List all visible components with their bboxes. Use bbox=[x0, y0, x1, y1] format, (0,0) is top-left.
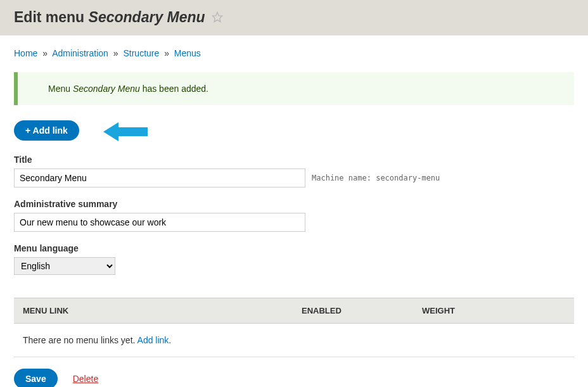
table-header: MENU LINK ENABLED WEIGHT bbox=[14, 298, 574, 324]
page-title-name: Secondary Menu bbox=[89, 9, 205, 25]
machine-name-text: Machine name: secondary-menu bbox=[312, 174, 440, 182]
breadcrumb: Home » Administration » Structure » Menu… bbox=[14, 48, 574, 58]
add-link-button[interactable]: + Add link bbox=[14, 120, 79, 141]
breadcrumb-home[interactable]: Home bbox=[14, 48, 37, 58]
empty-text: There are no menu links yet. bbox=[23, 335, 137, 345]
breadcrumb-admin[interactable]: Administration bbox=[52, 48, 108, 58]
empty-suffix: . bbox=[169, 335, 171, 345]
message-prefix: Menu bbox=[48, 84, 73, 94]
page-title: Edit menu Secondary Menu bbox=[14, 9, 574, 27]
menu-links-table: MENU LINK ENABLED WEIGHT There are no me… bbox=[14, 298, 574, 357]
form-group-language: Menu language English bbox=[14, 243, 574, 275]
message-suffix: has been added. bbox=[140, 84, 208, 94]
empty-add-link[interactable]: Add link bbox=[137, 335, 169, 345]
star-icon[interactable] bbox=[212, 10, 223, 27]
breadcrumb-separator: » bbox=[164, 48, 169, 58]
form-group-summary: Administrative summary bbox=[14, 199, 574, 232]
arrow-left-icon bbox=[103, 121, 148, 140]
title-input[interactable] bbox=[14, 168, 305, 187]
content-area: Home » Administration » Structure » Menu… bbox=[0, 35, 588, 387]
breadcrumb-separator: » bbox=[113, 48, 118, 58]
table-empty-row: There are no menu links yet. Add link. bbox=[14, 324, 574, 357]
col-header-menulink: MENU LINK bbox=[23, 306, 302, 315]
delete-link[interactable]: Delete bbox=[73, 374, 98, 384]
summary-input[interactable] bbox=[14, 213, 305, 232]
status-message: Menu Secondary Menu has been added. bbox=[14, 72, 574, 105]
svg-marker-0 bbox=[213, 13, 222, 22]
page-title-prefix: Edit menu bbox=[14, 9, 89, 25]
language-select[interactable]: English bbox=[14, 257, 115, 275]
save-button[interactable]: Save bbox=[14, 369, 58, 387]
col-header-enabled: ENABLED bbox=[302, 306, 422, 315]
svg-marker-1 bbox=[103, 122, 148, 141]
message-name: Secondary Menu bbox=[73, 84, 140, 94]
breadcrumb-menus[interactable]: Menus bbox=[174, 48, 201, 58]
actions-row: Save Delete bbox=[14, 369, 574, 387]
title-label: Title bbox=[14, 155, 574, 165]
breadcrumb-structure[interactable]: Structure bbox=[123, 48, 159, 58]
header-bar: Edit menu Secondary Menu bbox=[0, 0, 588, 35]
language-label: Menu language bbox=[14, 243, 574, 253]
form-group-title: Title Machine name: secondary-menu bbox=[14, 155, 574, 187]
col-header-weight: WEIGHT bbox=[422, 306, 565, 315]
breadcrumb-separator: » bbox=[42, 48, 48, 58]
add-link-row: + Add link bbox=[14, 120, 574, 141]
summary-label: Administrative summary bbox=[14, 199, 574, 209]
